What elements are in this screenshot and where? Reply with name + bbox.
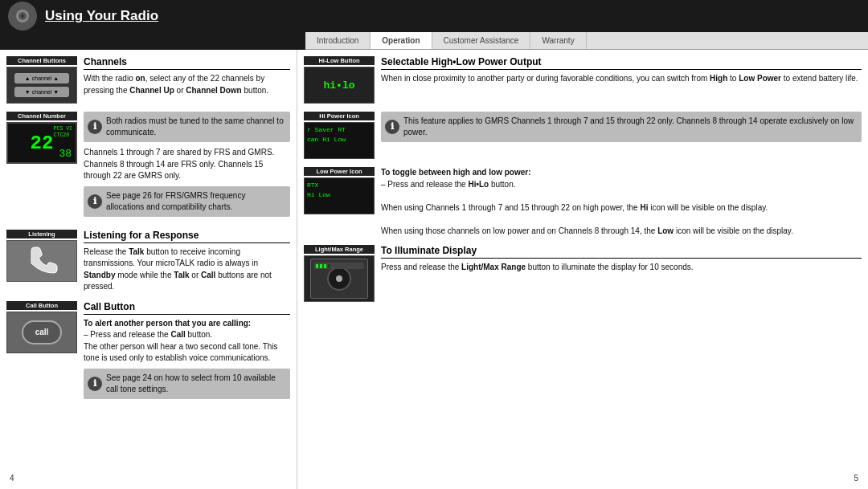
light-max-section: Light/Max Range — [304, 245, 862, 302]
channel-display: PCS VICTC20 22 38 — [6, 122, 77, 164]
listening-body: Release the Talk button to receive incom… — [84, 247, 290, 293]
tab-customer-assistance[interactable]: Customer Assistance — [432, 32, 531, 49]
hi-low-content: Selectable High•Low Power Output When in… — [381, 56, 862, 85]
display-small-text: PCS VICTC20 — [54, 126, 72, 140]
channel-callout-main-text: Both radios must be tuned to the same ch… — [106, 116, 284, 137]
channels-title: Channels — [84, 56, 290, 70]
callout-info-icon-3: ℹ — [88, 377, 102, 391]
low-power-image: RTX Hi Low — [304, 177, 375, 214]
bar3 — [324, 264, 326, 268]
channel-number-content: ℹ Both radios must be tuned to the same … — [84, 112, 290, 222]
bar4 — [328, 264, 330, 268]
call-button-content: Call Button To alert another person that… — [84, 301, 290, 404]
listening-content: Listening for a Response Release the Tal… — [84, 230, 290, 293]
channel-buttons-label-col: Channel Buttons ▲ channel ▲ ▼ channel ▼ — [6, 56, 77, 104]
light-max-display-bar — [314, 263, 364, 269]
channel-callout-secondary-text: See page 26 for FRS/GMRS frequency alloc… — [106, 191, 245, 211]
listening-tag: Listening — [6, 230, 77, 238]
hi-low-tag: Hi-Low Button — [304, 56, 375, 65]
light-max-label-col: Light/Max Range — [304, 245, 375, 302]
channel-buttons-image: ▲ channel ▲ ▼ channel ▼ — [6, 67, 77, 104]
hi-power-display: r Saver RT can Hi Low — [307, 125, 371, 145]
channel-number-section: Channel Number PCS VICTC20 22 38 ℹ Both … — [6, 112, 290, 222]
listening-title: Listening for a Response — [84, 230, 290, 243]
low-power-label-col: Low Power Icon RTX Hi Low — [304, 167, 375, 214]
light-max-body: Press and release the Light/Max Range bu… — [381, 262, 862, 274]
light-max-device — [310, 259, 368, 299]
tab-introduction[interactable]: Introduction — [305, 32, 371, 49]
tab-operation[interactable]: Operation — [371, 32, 432, 49]
hi-power-line1: r Saver RT — [307, 126, 346, 133]
light-max-content: To Illuminate Display Press and release … — [381, 245, 862, 274]
hi-lo-display: hi•lo — [323, 79, 354, 92]
call-button-label-col: Call Button call — [6, 301, 77, 353]
low-power-line2: Hi Low — [307, 191, 330, 198]
low-power-tag: Low Power Icon — [304, 167, 375, 176]
hi-low-title: Selectable High•Low Power Output — [381, 56, 862, 70]
hi-power-tag: Hi Power Icon — [304, 112, 375, 120]
hi-low-image: hi•lo — [304, 67, 375, 104]
channels-body: With the radio on, select any of the 22 … — [84, 73, 290, 96]
channel-callout-secondary: ℹ See page 26 for FRS/GMRS frequency all… — [84, 186, 290, 217]
light-max-title: To Illuminate Display — [381, 245, 862, 259]
call-button-image: call — [6, 312, 77, 353]
channel-buttons-tag: Channel Buttons — [6, 56, 77, 65]
hi-low-section: Hi-Low Button hi•lo Selectable High•Low … — [304, 56, 862, 104]
listening-label-col: Listening — [6, 230, 77, 282]
light-max-tag: Light/Max Range — [304, 245, 375, 254]
right-panel: Hi-Low Button hi•lo Selectable High•Low … — [297, 50, 868, 489]
page-title: Using Your Radio — [45, 8, 158, 24]
channels-content: Channels With the radio on, select any o… — [84, 56, 290, 96]
header-bar: Using Your Radio — [0, 0, 868, 32]
low-power-content: To toggle between high and low power: – … — [381, 167, 862, 237]
call-button-callout-text: See page 24 on how to select from 10 ava… — [106, 373, 276, 393]
page-number-left: 4 — [10, 474, 14, 483]
call-button-section: Call Button call Call Button To alert an… — [6, 301, 290, 404]
hi-power-callout: ℹ This feature applies to GMRS Channels … — [381, 112, 862, 142]
callout-info-icon-2: ℹ — [88, 194, 102, 209]
listening-section: Listening Listening for a Response Relea… — [6, 230, 290, 293]
page-number-right: 5 — [854, 474, 858, 483]
call-btn-visual[interactable]: call — [22, 320, 62, 344]
call-button-tag: Call Button — [6, 301, 77, 310]
call-button-callout: ℹ See page 24 on how to select from 10 a… — [84, 369, 290, 399]
low-power-line1: RTX — [307, 181, 318, 189]
hi-power-content: ℹ This feature applies to GMRS Channels … — [381, 112, 862, 147]
tab-fill — [0, 32, 305, 50]
bar2 — [320, 264, 322, 268]
channel-number-tag: Channel Number — [6, 112, 77, 120]
hi-power-label-col: Hi Power Icon r Saver RT can Hi Low — [304, 112, 375, 159]
tab-bar: Introduction Operation Customer Assistan… — [0, 32, 868, 50]
channel-number-display: 22 — [31, 132, 54, 154]
light-max-center — [336, 275, 342, 282]
hi-power-body: This feature applies to GMRS Channels 1 … — [403, 116, 854, 137]
call-button-body: To alert another person that you are cal… — [84, 318, 290, 365]
channels-body2: Channels 1 through 7 are shared by FRS a… — [84, 147, 290, 182]
svg-point-2 — [21, 14, 24, 18]
channel-down-btn[interactable]: ▼ channel ▼ — [14, 87, 69, 97]
page-layout: Using Your Radio Introduction Operation … — [0, 0, 868, 489]
tab-warranty[interactable]: Warranty — [530, 32, 586, 49]
callout-info-icon: ℹ — [88, 120, 102, 134]
low-power-section: Low Power Icon RTX Hi Low To toggle betw… — [304, 167, 862, 237]
hi-low-body: When in close proximity to another party… — [381, 73, 862, 85]
content-area: Channel Buttons ▲ channel ▲ ▼ channel ▼ … — [0, 50, 868, 489]
hi-power-image: r Saver RT can Hi Low — [304, 122, 375, 159]
channel-up-btn[interactable]: ▲ channel ▲ — [14, 73, 69, 84]
phone-icon — [25, 244, 59, 278]
hi-low-label-col: Hi-Low Button hi•lo — [304, 56, 375, 104]
channels-section: Channel Buttons ▲ channel ▲ ▼ channel ▼ … — [6, 56, 290, 104]
callout-info-icon-4: ℹ — [385, 120, 399, 134]
channel-number-label-col: Channel Number PCS VICTC20 22 38 — [6, 112, 77, 164]
light-max-knob — [327, 267, 351, 291]
bar1 — [316, 264, 318, 268]
light-max-image — [304, 255, 375, 302]
hi-power-line2: can Hi Low — [307, 136, 346, 143]
header-icon — [8, 2, 37, 31]
low-power-body: To toggle between high and low power: – … — [381, 167, 862, 237]
listening-image — [6, 240, 77, 282]
low-power-display: RTX Hi Low — [307, 181, 371, 200]
channel-sub-display: 38 — [59, 148, 72, 160]
left-panel: Channel Buttons ▲ channel ▲ ▼ channel ▼ … — [0, 50, 297, 489]
call-button-title: Call Button — [84, 301, 290, 315]
